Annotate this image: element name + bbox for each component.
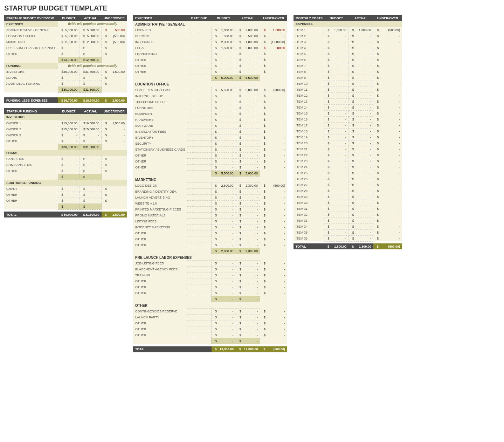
- date-cell[interactable]: [187, 117, 211, 123]
- date-cell[interactable]: [187, 189, 211, 195]
- value-cell[interactable]: $-: [212, 320, 236, 326]
- date-cell[interactable]: [187, 159, 211, 165]
- date-cell[interactable]: [187, 267, 211, 272]
- date-cell[interactable]: [187, 315, 211, 320]
- value-cell[interactable]: $-: [236, 99, 260, 105]
- value-cell[interactable]: $-: [348, 134, 373, 140]
- date-cell[interactable]: [187, 201, 211, 207]
- value-cell[interactable]: $-: [236, 315, 260, 320]
- value-cell[interactable]: $-: [212, 159, 236, 165]
- value-cell[interactable]: $-: [212, 165, 236, 171]
- value-cell[interactable]: $-: [80, 138, 101, 144]
- value-cell[interactable]: $-: [80, 198, 101, 203]
- value-cell[interactable]: $-: [80, 156, 101, 162]
- value-cell[interactable]: $-: [348, 39, 373, 45]
- value-cell[interactable]: $-: [236, 332, 260, 338]
- value-cell[interactable]: $-: [212, 117, 236, 123]
- value-cell[interactable]: $500.00: [236, 33, 260, 39]
- value-cell[interactable]: $-: [348, 110, 373, 116]
- value-cell[interactable]: $-: [58, 168, 80, 174]
- value-cell[interactable]: $-: [80, 186, 101, 192]
- value-cell[interactable]: $-: [236, 189, 260, 195]
- value-cell[interactable]: $-: [348, 75, 373, 81]
- value-cell[interactable]: $-: [236, 195, 260, 201]
- value-cell[interactable]: $-: [212, 123, 236, 129]
- value-cell[interactable]: $-: [236, 242, 260, 248]
- value-cell[interactable]: $2,000.00: [236, 27, 260, 33]
- date-cell[interactable]: [187, 219, 211, 225]
- value-cell[interactable]: $2,300.00: [236, 183, 260, 189]
- value-cell[interactable]: $-: [324, 176, 348, 182]
- value-cell[interactable]: $-: [236, 105, 260, 111]
- value-cell[interactable]: $-: [348, 45, 373, 51]
- value-cell[interactable]: $-: [324, 87, 348, 92]
- date-cell[interactable]: [187, 213, 211, 219]
- value-cell[interactable]: $-: [348, 223, 373, 229]
- value-cell[interactable]: $-: [236, 147, 260, 153]
- value-cell[interactable]: $-: [212, 57, 236, 63]
- date-cell[interactable]: [187, 272, 211, 278]
- date-cell[interactable]: [187, 284, 211, 290]
- value-cell[interactable]: $-: [212, 207, 236, 213]
- value-cell[interactable]: $-: [212, 230, 236, 236]
- value-cell[interactable]: $-: [236, 159, 260, 165]
- value-cell[interactable]: $-: [236, 141, 260, 147]
- value-cell[interactable]: $-: [80, 75, 101, 81]
- value-cell[interactable]: $-: [212, 332, 236, 338]
- value-cell[interactable]: $-: [324, 81, 348, 87]
- value-cell[interactable]: $-: [348, 182, 373, 188]
- value-cell[interactable]: $5,500.00: [58, 33, 80, 39]
- date-cell[interactable]: [187, 153, 211, 159]
- value-cell[interactable]: $-: [58, 156, 80, 162]
- value-cell[interactable]: $-: [236, 123, 260, 129]
- value-cell[interactable]: $-: [348, 235, 373, 241]
- value-cell[interactable]: $-: [58, 138, 80, 144]
- value-cell[interactable]: $-: [348, 63, 373, 69]
- value-cell[interactable]: $-: [236, 236, 260, 242]
- value-cell[interactable]: $-: [212, 278, 236, 284]
- value-cell[interactable]: $15,000.00: [58, 120, 80, 126]
- value-cell[interactable]: $-: [212, 141, 236, 147]
- value-cell[interactable]: $-: [324, 152, 348, 158]
- value-cell[interactable]: $-: [212, 213, 236, 219]
- value-cell[interactable]: $-: [324, 229, 348, 235]
- value-cell[interactable]: $-: [324, 182, 348, 188]
- value-cell[interactable]: $-: [348, 116, 373, 122]
- value-cell[interactable]: $-: [212, 201, 236, 207]
- value-cell[interactable]: $-: [58, 162, 80, 168]
- value-cell[interactable]: $-: [324, 104, 348, 110]
- value-cell[interactable]: $-: [324, 57, 348, 63]
- value-cell[interactable]: $-: [324, 63, 348, 69]
- date-cell[interactable]: [187, 195, 211, 201]
- value-cell[interactable]: $-: [236, 290, 260, 296]
- value-cell[interactable]: $-: [236, 201, 260, 207]
- value-cell[interactable]: $1,500.00: [212, 45, 236, 51]
- value-cell[interactable]: $-: [348, 229, 373, 235]
- value-cell[interactable]: $-: [212, 63, 236, 69]
- value-cell[interactable]: $-: [324, 188, 348, 194]
- value-cell[interactable]: $-: [348, 164, 373, 170]
- value-cell[interactable]: $-: [58, 132, 80, 138]
- date-cell[interactable]: [187, 242, 211, 248]
- value-cell[interactable]: $-: [236, 267, 260, 272]
- date-cell[interactable]: [187, 225, 211, 230]
- value-cell[interactable]: $-: [324, 39, 348, 45]
- date-cell[interactable]: [187, 63, 211, 69]
- date-cell[interactable]: [187, 165, 211, 171]
- value-cell[interactable]: $-: [80, 168, 101, 174]
- date-cell[interactable]: [187, 39, 211, 45]
- date-cell[interactable]: [187, 33, 211, 39]
- value-cell[interactable]: $31,500.00: [80, 69, 101, 75]
- value-cell[interactable]: $-: [80, 81, 101, 87]
- value-cell[interactable]: $-: [324, 134, 348, 140]
- value-cell[interactable]: $-: [324, 33, 348, 39]
- value-cell[interactable]: $-: [212, 129, 236, 135]
- value-cell[interactable]: $5,000.00: [58, 27, 80, 33]
- value-cell[interactable]: $-: [58, 81, 80, 87]
- value-cell[interactable]: $30,000.00: [58, 69, 80, 75]
- value-cell[interactable]: $-: [324, 122, 348, 128]
- value-cell[interactable]: $-: [236, 57, 260, 63]
- date-cell[interactable]: [187, 99, 211, 105]
- value-cell[interactable]: $-: [212, 69, 236, 75]
- value-cell[interactable]: $-: [236, 230, 260, 236]
